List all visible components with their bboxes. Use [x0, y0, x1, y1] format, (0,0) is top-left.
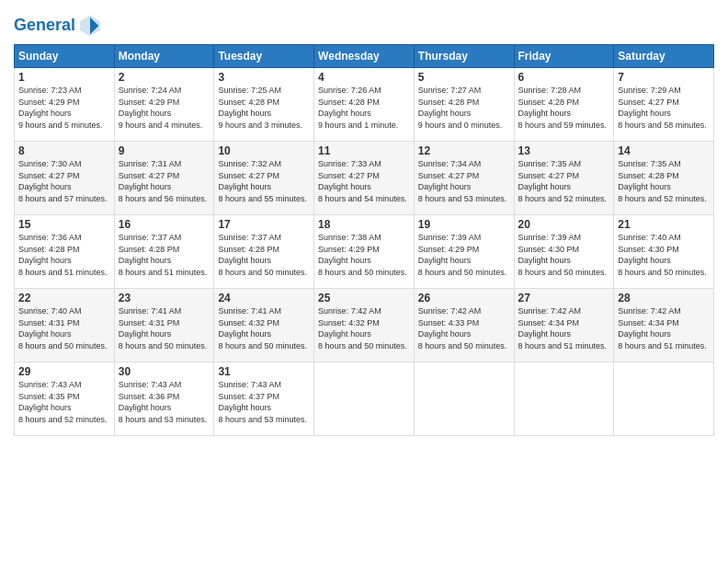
day-number: 21 [618, 218, 710, 231]
day-info: Sunrise: 7:41 AM Sunset: 4:31 PM Dayligh… [119, 305, 210, 351]
logo: General [14, 13, 103, 39]
calendar-header-row: SundayMondayTuesdayWednesdayThursdayFrid… [15, 45, 714, 68]
day-info: Sunrise: 7:40 AM Sunset: 4:31 PM Dayligh… [18, 305, 110, 351]
day-number: 18 [318, 218, 410, 231]
day-info: Sunrise: 7:39 AM Sunset: 4:30 PM Dayligh… [518, 232, 610, 278]
day-number: 6 [518, 71, 610, 84]
day-cell: 3 Sunrise: 7:25 AM Sunset: 4:28 PM Dayli… [214, 68, 314, 142]
day-cell: 24 Sunrise: 7:41 AM Sunset: 4:32 PM Dayl… [214, 289, 314, 362]
day-number: 8 [18, 144, 110, 157]
day-info: Sunrise: 7:43 AM Sunset: 4:37 PM Dayligh… [218, 379, 310, 425]
day-cell: 17 Sunrise: 7:37 AM Sunset: 4:28 PM Dayl… [214, 215, 314, 289]
day-info: Sunrise: 7:25 AM Sunset: 4:28 PM Dayligh… [218, 85, 310, 131]
logo-icon [77, 13, 103, 39]
day-number: 10 [218, 144, 310, 157]
week-row-3: 15 Sunrise: 7:36 AM Sunset: 4:28 PM Dayl… [15, 215, 714, 289]
day-number: 15 [18, 218, 110, 231]
day-info: Sunrise: 7:24 AM Sunset: 4:29 PM Dayligh… [119, 85, 210, 131]
week-row-4: 22 Sunrise: 7:40 AM Sunset: 4:31 PM Dayl… [15, 289, 714, 362]
day-cell: 29 Sunrise: 7:43 AM Sunset: 4:35 PM Dayl… [15, 362, 115, 436]
day-cell: 27 Sunrise: 7:42 AM Sunset: 4:34 PM Dayl… [514, 289, 614, 362]
day-number: 14 [618, 144, 710, 157]
day-number: 4 [318, 71, 410, 84]
day-info: Sunrise: 7:43 AM Sunset: 4:35 PM Dayligh… [18, 379, 110, 425]
day-info: Sunrise: 7:26 AM Sunset: 4:28 PM Dayligh… [318, 85, 410, 131]
day-cell: 11 Sunrise: 7:33 AM Sunset: 4:27 PM Dayl… [314, 142, 415, 215]
day-cell [314, 362, 415, 436]
day-info: Sunrise: 7:31 AM Sunset: 4:27 PM Dayligh… [119, 158, 210, 204]
day-info: Sunrise: 7:30 AM Sunset: 4:27 PM Dayligh… [18, 158, 110, 204]
calendar-body: 1 Sunrise: 7:23 AM Sunset: 4:29 PM Dayli… [15, 68, 714, 436]
day-number: 27 [518, 292, 610, 304]
day-cell: 6 Sunrise: 7:28 AM Sunset: 4:28 PM Dayli… [514, 68, 614, 142]
day-number: 23 [119, 292, 210, 304]
day-info: Sunrise: 7:36 AM Sunset: 4:28 PM Dayligh… [18, 232, 110, 278]
header-day-tuesday: Tuesday [214, 45, 314, 68]
day-info: Sunrise: 7:23 AM Sunset: 4:29 PM Dayligh… [18, 85, 110, 131]
calendar-page: General SundayMondayTuesdayWednesdayThur… [0, 0, 728, 563]
day-number: 11 [318, 144, 410, 157]
day-info: Sunrise: 7:41 AM Sunset: 4:32 PM Dayligh… [218, 305, 310, 351]
day-cell: 25 Sunrise: 7:42 AM Sunset: 4:32 PM Dayl… [314, 289, 415, 362]
day-info: Sunrise: 7:35 AM Sunset: 4:28 PM Dayligh… [618, 158, 710, 204]
day-number: 7 [618, 71, 710, 84]
day-cell: 19 Sunrise: 7:39 AM Sunset: 4:29 PM Dayl… [414, 215, 514, 289]
day-info: Sunrise: 7:29 AM Sunset: 4:27 PM Dayligh… [618, 85, 710, 131]
day-number: 2 [119, 71, 210, 84]
logo-text: General [14, 17, 75, 35]
header-day-sunday: Sunday [15, 45, 115, 68]
day-info: Sunrise: 7:39 AM Sunset: 4:29 PM Dayligh… [418, 232, 510, 278]
day-number: 31 [218, 365, 310, 378]
day-cell: 28 Sunrise: 7:42 AM Sunset: 4:34 PM Dayl… [614, 289, 714, 362]
day-cell: 21 Sunrise: 7:40 AM Sunset: 4:30 PM Dayl… [614, 215, 714, 289]
day-cell: 12 Sunrise: 7:34 AM Sunset: 4:27 PM Dayl… [414, 142, 514, 215]
week-row-1: 1 Sunrise: 7:23 AM Sunset: 4:29 PM Dayli… [15, 68, 714, 142]
day-number: 13 [518, 144, 610, 157]
day-number: 30 [119, 365, 210, 378]
header: General [14, 9, 714, 39]
day-number: 28 [618, 292, 710, 304]
day-number: 1 [18, 71, 110, 84]
day-number: 12 [418, 144, 510, 157]
day-info: Sunrise: 7:32 AM Sunset: 4:27 PM Dayligh… [218, 158, 310, 204]
day-info: Sunrise: 7:37 AM Sunset: 4:28 PM Dayligh… [119, 232, 210, 278]
day-info: Sunrise: 7:35 AM Sunset: 4:27 PM Dayligh… [518, 158, 610, 204]
day-cell: 8 Sunrise: 7:30 AM Sunset: 4:27 PM Dayli… [15, 142, 115, 215]
day-cell: 10 Sunrise: 7:32 AM Sunset: 4:27 PM Dayl… [214, 142, 314, 215]
day-info: Sunrise: 7:42 AM Sunset: 4:34 PM Dayligh… [618, 305, 710, 351]
day-cell: 20 Sunrise: 7:39 AM Sunset: 4:30 PM Dayl… [514, 215, 614, 289]
day-cell: 23 Sunrise: 7:41 AM Sunset: 4:31 PM Dayl… [114, 289, 214, 362]
day-info: Sunrise: 7:42 AM Sunset: 4:32 PM Dayligh… [318, 305, 410, 351]
day-info: Sunrise: 7:34 AM Sunset: 4:27 PM Dayligh… [418, 158, 510, 204]
day-number: 19 [418, 218, 510, 231]
day-info: Sunrise: 7:27 AM Sunset: 4:28 PM Dayligh… [418, 85, 510, 131]
day-cell [414, 362, 514, 436]
day-cell: 5 Sunrise: 7:27 AM Sunset: 4:28 PM Dayli… [414, 68, 514, 142]
week-row-2: 8 Sunrise: 7:30 AM Sunset: 4:27 PM Dayli… [15, 142, 714, 215]
day-number: 16 [119, 218, 210, 231]
header-day-wednesday: Wednesday [314, 45, 415, 68]
day-cell: 22 Sunrise: 7:40 AM Sunset: 4:31 PM Dayl… [15, 289, 115, 362]
day-number: 3 [218, 71, 310, 84]
day-info: Sunrise: 7:40 AM Sunset: 4:30 PM Dayligh… [618, 232, 710, 278]
day-info: Sunrise: 7:38 AM Sunset: 4:29 PM Dayligh… [318, 232, 410, 278]
day-number: 24 [218, 292, 310, 304]
day-cell: 15 Sunrise: 7:36 AM Sunset: 4:28 PM Dayl… [15, 215, 115, 289]
day-number: 22 [18, 292, 110, 304]
day-info: Sunrise: 7:37 AM Sunset: 4:28 PM Dayligh… [218, 232, 310, 278]
day-info: Sunrise: 7:42 AM Sunset: 4:33 PM Dayligh… [418, 305, 510, 351]
day-info: Sunrise: 7:33 AM Sunset: 4:27 PM Dayligh… [318, 158, 410, 204]
day-cell: 2 Sunrise: 7:24 AM Sunset: 4:29 PM Dayli… [114, 68, 214, 142]
day-number: 29 [18, 365, 110, 378]
day-cell [514, 362, 614, 436]
header-day-saturday: Saturday [614, 45, 714, 68]
day-number: 17 [218, 218, 310, 231]
header-day-thursday: Thursday [414, 45, 514, 68]
day-cell [614, 362, 714, 436]
week-row-5: 29 Sunrise: 7:43 AM Sunset: 4:35 PM Dayl… [15, 362, 714, 436]
day-number: 26 [418, 292, 510, 304]
calendar-table: SundayMondayTuesdayWednesdayThursdayFrid… [14, 44, 714, 436]
day-info: Sunrise: 7:43 AM Sunset: 4:36 PM Dayligh… [119, 379, 210, 425]
day-cell: 7 Sunrise: 7:29 AM Sunset: 4:27 PM Dayli… [614, 68, 714, 142]
day-cell: 4 Sunrise: 7:26 AM Sunset: 4:28 PM Dayli… [314, 68, 415, 142]
